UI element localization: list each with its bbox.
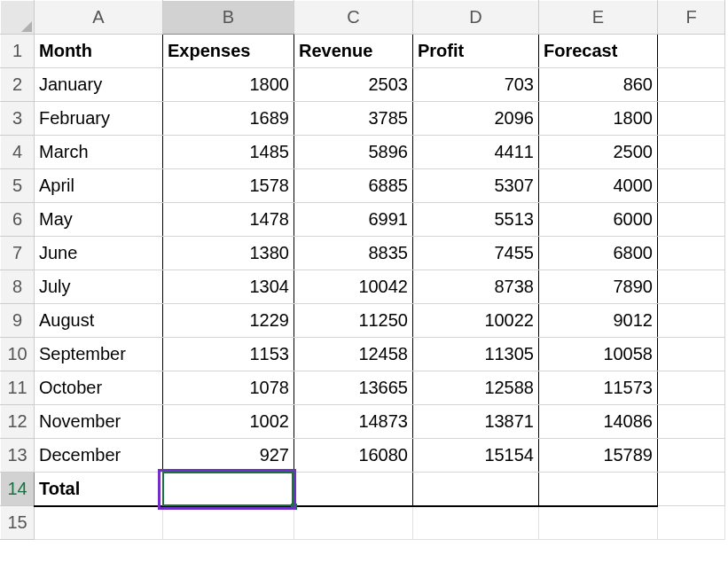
row-header-14[interactable]: 14 <box>1 473 35 506</box>
cell-F3[interactable] <box>658 102 725 136</box>
cell-D4[interactable]: 4411 <box>413 136 539 169</box>
cell-F2[interactable] <box>658 68 725 102</box>
cell-F12[interactable] <box>658 405 725 439</box>
cell-C11[interactable]: 13665 <box>294 371 413 405</box>
row-header-13[interactable]: 13 <box>1 439 35 473</box>
row-header-11[interactable]: 11 <box>1 371 35 405</box>
cell-E4[interactable]: 2500 <box>539 136 658 169</box>
cell-B12[interactable]: 1002 <box>163 405 294 439</box>
cell-A6[interactable]: May <box>35 203 163 237</box>
cell-D10[interactable]: 11305 <box>413 338 539 371</box>
cell-B13[interactable]: 927 <box>163 439 294 473</box>
cell-C15[interactable] <box>294 506 413 540</box>
col-header-D[interactable]: D <box>413 1 539 35</box>
cell-A7[interactable]: June <box>35 237 163 270</box>
cell-C12[interactable]: 14873 <box>294 405 413 439</box>
cell-F4[interactable] <box>658 136 725 169</box>
cell-E15[interactable] <box>539 506 658 540</box>
cell-C9[interactable]: 11250 <box>294 304 413 338</box>
select-all-corner[interactable] <box>1 1 35 35</box>
spreadsheet-grid[interactable]: A B C D E F 1 Month Expenses Revenue Pro… <box>0 0 725 540</box>
cell-F8[interactable] <box>658 270 725 304</box>
cell-E7[interactable]: 6800 <box>539 237 658 270</box>
cell-C13[interactable]: 16080 <box>294 439 413 473</box>
cell-D15[interactable] <box>413 506 539 540</box>
cell-A1[interactable]: Month <box>35 35 163 68</box>
cell-C4[interactable]: 5896 <box>294 136 413 169</box>
cell-D9[interactable]: 10022 <box>413 304 539 338</box>
cell-D13[interactable]: 15154 <box>413 439 539 473</box>
cell-B1[interactable]: Expenses <box>163 35 294 68</box>
col-header-E[interactable]: E <box>539 1 658 35</box>
col-header-C[interactable]: C <box>294 1 413 35</box>
cell-D6[interactable]: 5513 <box>413 203 539 237</box>
cell-E1[interactable]: Forecast <box>539 35 658 68</box>
cell-D12[interactable]: 13871 <box>413 405 539 439</box>
cell-F9[interactable] <box>658 304 725 338</box>
cell-D7[interactable]: 7455 <box>413 237 539 270</box>
cell-A14[interactable]: Total <box>35 473 163 506</box>
cell-D8[interactable]: 8738 <box>413 270 539 304</box>
cell-B8[interactable]: 1304 <box>163 270 294 304</box>
cell-A11[interactable]: October <box>35 371 163 405</box>
cell-A12[interactable]: November <box>35 405 163 439</box>
cell-A15[interactable] <box>35 506 163 540</box>
cell-C5[interactable]: 6885 <box>294 169 413 203</box>
cell-F6[interactable] <box>658 203 725 237</box>
cell-A3[interactable]: February <box>35 102 163 136</box>
cell-F11[interactable] <box>658 371 725 405</box>
row-header-3[interactable]: 3 <box>1 102 35 136</box>
row-header-6[interactable]: 6 <box>1 203 35 237</box>
cell-A13[interactable]: December <box>35 439 163 473</box>
cell-D1[interactable]: Profit <box>413 35 539 68</box>
cell-A5[interactable]: April <box>35 169 163 203</box>
cell-D14[interactable] <box>413 473 539 506</box>
cell-C3[interactable]: 3785 <box>294 102 413 136</box>
cell-E13[interactable]: 15789 <box>539 439 658 473</box>
cell-E6[interactable]: 6000 <box>539 203 658 237</box>
cell-F13[interactable] <box>658 439 725 473</box>
cell-D5[interactable]: 5307 <box>413 169 539 203</box>
cell-C6[interactable]: 6991 <box>294 203 413 237</box>
cell-C1[interactable]: Revenue <box>294 35 413 68</box>
cell-B7[interactable]: 1380 <box>163 237 294 270</box>
cell-B2[interactable]: 1800 <box>163 68 294 102</box>
row-header-12[interactable]: 12 <box>1 405 35 439</box>
cell-E11[interactable]: 11573 <box>539 371 658 405</box>
cell-C10[interactable]: 12458 <box>294 338 413 371</box>
cell-F10[interactable] <box>658 338 725 371</box>
cell-F1[interactable] <box>658 35 725 68</box>
row-header-10[interactable]: 10 <box>1 338 35 371</box>
cell-B15[interactable] <box>163 506 294 540</box>
cell-E10[interactable]: 10058 <box>539 338 658 371</box>
cell-A4[interactable]: March <box>35 136 163 169</box>
cell-B3[interactable]: 1689 <box>163 102 294 136</box>
row-header-5[interactable]: 5 <box>1 169 35 203</box>
cell-F15[interactable] <box>658 506 725 540</box>
row-header-7[interactable]: 7 <box>1 237 35 270</box>
cell-C2[interactable]: 2503 <box>294 68 413 102</box>
row-header-15[interactable]: 15 <box>1 506 35 540</box>
cell-E3[interactable]: 1800 <box>539 102 658 136</box>
cell-B10[interactable]: 1153 <box>163 338 294 371</box>
cell-A8[interactable]: July <box>35 270 163 304</box>
row-header-2[interactable]: 2 <box>1 68 35 102</box>
cell-A2[interactable]: January <box>35 68 163 102</box>
row-header-1[interactable]: 1 <box>1 35 35 68</box>
cell-D3[interactable]: 2096 <box>413 102 539 136</box>
cell-D2[interactable]: 703 <box>413 68 539 102</box>
col-header-A[interactable]: A <box>35 1 163 35</box>
col-header-F[interactable]: F <box>658 1 725 35</box>
cell-B6[interactable]: 1478 <box>163 203 294 237</box>
row-header-4[interactable]: 4 <box>1 136 35 169</box>
cell-E12[interactable]: 14086 <box>539 405 658 439</box>
cell-B14[interactable] <box>163 473 294 506</box>
cell-F7[interactable] <box>658 237 725 270</box>
row-header-9[interactable]: 9 <box>1 304 35 338</box>
cell-A10[interactable]: September <box>35 338 163 371</box>
cell-C7[interactable]: 8835 <box>294 237 413 270</box>
cell-C8[interactable]: 10042 <box>294 270 413 304</box>
cell-F14[interactable] <box>658 473 725 506</box>
cell-E2[interactable]: 860 <box>539 68 658 102</box>
cell-E9[interactable]: 9012 <box>539 304 658 338</box>
